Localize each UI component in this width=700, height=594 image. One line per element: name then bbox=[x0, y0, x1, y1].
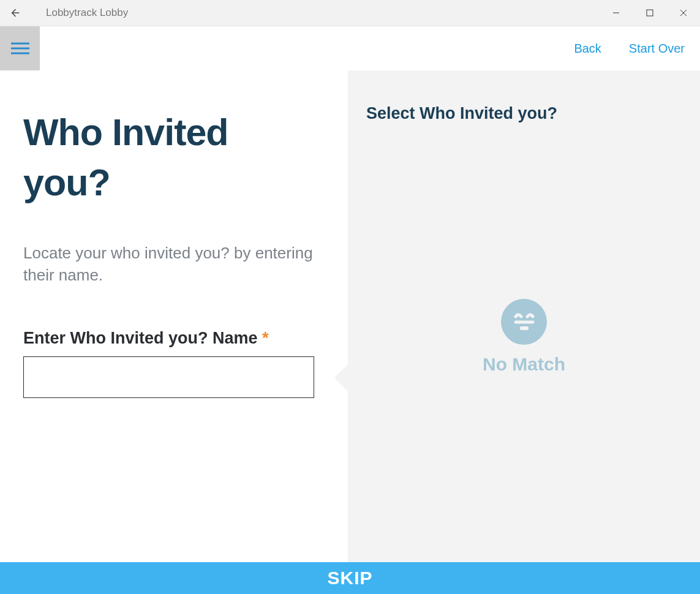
window-title: Lobbytrack Lobby bbox=[28, 7, 599, 19]
app-header: Back Start Over bbox=[0, 26, 700, 70]
page-subtext: Locate your who invited you? by entering… bbox=[23, 242, 325, 287]
select-heading: Select Who Invited you? bbox=[366, 104, 682, 123]
sad-face-icon bbox=[501, 299, 547, 345]
right-pane: Select Who Invited you? No Match bbox=[348, 70, 700, 562]
page-title: Who Invited you? bbox=[23, 107, 325, 208]
name-input[interactable] bbox=[23, 356, 314, 398]
skip-button[interactable]: SKIP bbox=[0, 562, 700, 594]
window-minimize-button[interactable] bbox=[599, 0, 633, 26]
no-match-label: No Match bbox=[483, 354, 565, 375]
hamburger-menu-button[interactable] bbox=[0, 26, 40, 70]
window-maximize-button[interactable] bbox=[633, 0, 666, 26]
left-pane: Who Invited you? Locate your who invited… bbox=[0, 70, 348, 562]
pointer-arrow-icon bbox=[334, 364, 348, 391]
window-back-button[interactable] bbox=[0, 7, 28, 19]
name-field-label: Enter Who Invited you? Name * bbox=[23, 329, 325, 348]
back-link[interactable]: Back bbox=[574, 42, 601, 56]
no-match-state: No Match bbox=[366, 123, 682, 550]
required-asterisk: * bbox=[262, 329, 269, 347]
main-content: Who Invited you? Locate your who invited… bbox=[0, 70, 700, 562]
window-close-button[interactable] bbox=[666, 0, 700, 26]
window-titlebar: Lobbytrack Lobby bbox=[0, 0, 700, 26]
start-over-link[interactable]: Start Over bbox=[629, 42, 685, 56]
svg-rect-2 bbox=[647, 10, 653, 16]
svg-rect-9 bbox=[520, 326, 529, 330]
